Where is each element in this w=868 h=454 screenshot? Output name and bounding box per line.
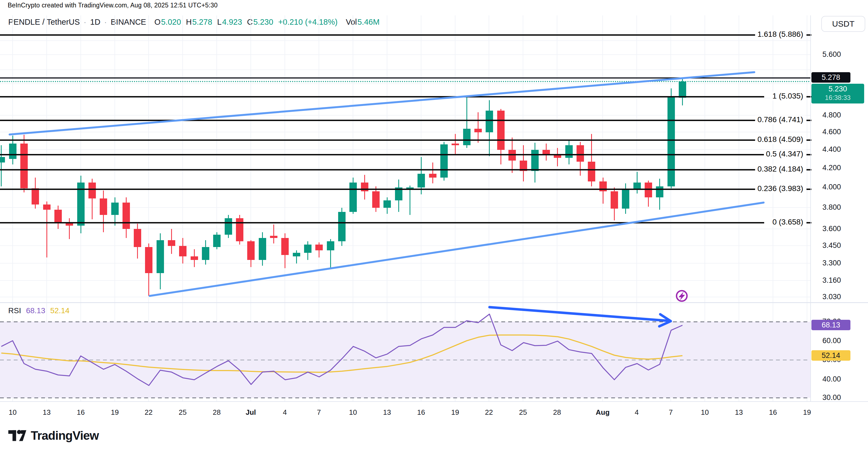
candle-wick [1,145,2,186]
date-axis-label: 16 [761,408,785,417]
grid-hline [0,98,810,98]
fib-line[interactable] [0,169,764,170]
fib-line[interactable] [0,120,764,121]
candle [315,245,323,250]
grid-hline [0,115,810,116]
candle [247,241,255,260]
last-price-dotted-line [0,81,810,82]
fib-line[interactable] [0,34,764,36]
date-axis-label: 22 [476,408,501,417]
candle [622,189,629,208]
candle [54,210,62,222]
candle [9,143,17,159]
candle [20,143,28,188]
tradingview-logo-mark [8,429,27,442]
candle-wick [46,201,47,257]
chart-plot-area[interactable]: 1.618 (5.886)1 (5.035)0.786 (4.741)0.618… [0,0,868,454]
rsi-level-dashed-line [0,397,810,398]
grid-hline [0,40,810,41]
candle [281,238,289,255]
candle [145,247,152,273]
candle [429,174,436,177]
grid-hline [0,54,810,55]
currency-button[interactable]: USDT [821,16,865,32]
candle [554,155,561,158]
price-axis-label: 3.160 [823,276,841,285]
price-axis-label: 4.800 [823,111,841,120]
price-axis-label: 5.600 [823,50,841,59]
date-axis-label: 28 [205,408,229,417]
candle [497,110,505,150]
candle [452,143,459,145]
candle [304,245,311,253]
candle [123,202,130,229]
candle [417,174,425,187]
date-axis-label: 13 [375,408,399,417]
candle [645,183,652,197]
candle [225,218,232,235]
fib-line[interactable] [0,139,764,141]
fib-line[interactable] [0,96,764,97]
candle [134,229,141,247]
date-axis-label: Jul [239,408,263,417]
candle [679,82,686,98]
fib-label: 0.786 (4.741) [755,115,805,124]
fib-label: 1.618 (5.886) [755,30,805,39]
date-axis-label: 16 [68,408,93,417]
candle [565,145,573,158]
candle [32,188,39,204]
date-axis-label: 10 [692,408,717,417]
candle [668,97,675,186]
candle-wick [273,225,274,244]
candle [0,157,5,162]
price-axis-label: 4.200 [823,164,841,172]
candle [293,253,300,256]
rsi-axis-label: 30.00 [823,393,841,402]
date-axis-label: 10 [0,408,25,417]
candle [531,150,539,171]
pane-separator[interactable] [0,302,868,303]
rsi-axis-label: 60.00 [823,336,841,345]
date-axis-label: 25 [170,408,195,417]
tradingview-logo[interactable]: TradingView [8,429,99,443]
candle [191,256,198,260]
candle [259,238,266,260]
candle [656,186,663,197]
price-axis-label: 3.300 [823,259,841,267]
tradingview-chart: BeInCrypto created with TradingView.com,… [0,0,868,454]
grid-hline [0,132,810,132]
fib-label: 0 (3.658) [770,218,805,226]
resistance-price-line[interactable] [0,77,810,78]
date-axis-label: 13 [726,408,751,417]
candle [100,198,107,215]
fib-label: 0.618 (4.509) [755,135,805,144]
grid-hline [0,207,810,208]
grid-hline [0,229,810,229]
candle [338,212,346,241]
candle-wick [432,162,433,183]
price-axis-label: 4.000 [823,183,841,191]
fib-line[interactable] [0,189,764,190]
rsi-label: RSI [8,306,21,315]
fib-line[interactable] [0,154,764,155]
date-axis-label: 19 [102,408,127,417]
price-axis-border [810,15,811,402]
date-axis-label: Aug [590,408,615,417]
fib-line[interactable] [0,222,764,223]
grid-hline [0,149,810,150]
candle [43,204,51,210]
bar-countdown: 16:38:33 [811,93,864,102]
last-price-badge: 5.23016:38:33 [811,84,864,103]
fib-label: 1 (5.035) [770,92,805,100]
candle [157,240,164,273]
candle [577,145,584,161]
price-axis-label: 3.800 [823,203,841,212]
candle-wick [478,112,478,143]
candle [474,129,482,132]
rsi-level-dashed-line [0,360,810,360]
grid-hline [0,84,810,84]
candle [361,183,368,191]
candle [111,202,119,215]
price-axis-label: 4.600 [823,128,841,136]
price-axis-label: 3.450 [823,241,841,250]
